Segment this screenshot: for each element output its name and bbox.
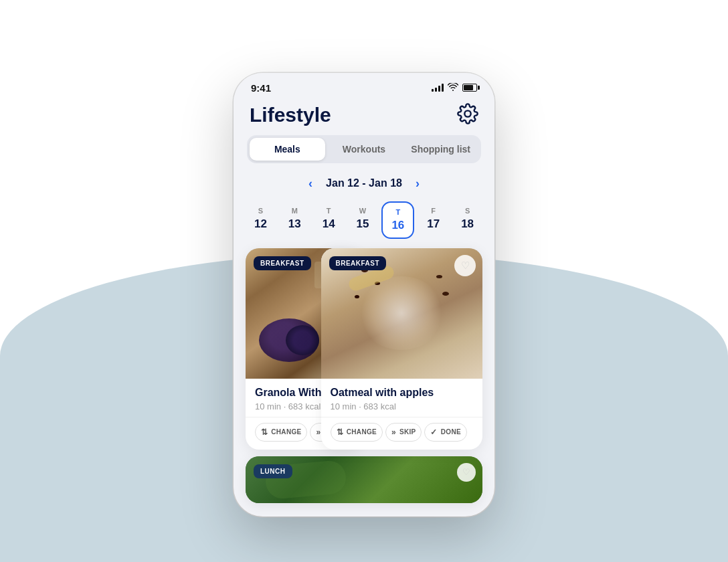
scene: 9:41	[0, 0, 728, 562]
skip-icon: »	[316, 428, 321, 437]
day-letter: S	[258, 207, 263, 215]
card-body-oatmeal: Oatmeal with apples 10 min · 683 kcal ⇅ …	[321, 379, 483, 450]
day-number: 14	[323, 217, 335, 231]
wifi-icon	[448, 83, 458, 93]
svg-point-0	[464, 110, 470, 116]
skip-icon: »	[391, 428, 396, 437]
app-title: Lifestyle	[250, 104, 331, 126]
meal-card-image-oatmeal: BREAKFAST ♡	[321, 248, 483, 379]
day-sat[interactable]: S 18	[452, 201, 482, 239]
day-letter: S	[465, 207, 470, 215]
tab-bar: Meals Workouts Shopping list	[247, 135, 481, 163]
change-icon: ⇅	[337, 428, 343, 437]
day-number: 12	[254, 217, 267, 231]
status-time: 9:41	[251, 82, 271, 94]
settings-button[interactable]	[457, 103, 478, 127]
week-label: Jan 12 - Jan 18	[326, 177, 402, 189]
day-number: 17	[427, 217, 440, 231]
done-icon: ✓	[430, 428, 437, 437]
meal-badge-lunch: LUNCH	[254, 464, 292, 478]
next-week-button[interactable]: ›	[413, 174, 422, 193]
meal-card-lunch: LUNCH ♡	[246, 456, 482, 503]
app-header: Lifestyle	[234, 98, 494, 135]
day-tue[interactable]: T 14	[314, 201, 344, 239]
done-button-oatmeal[interactable]: ✓ DONE	[424, 423, 466, 442]
favorite-button-lunch[interactable]: ♡	[457, 463, 476, 482]
prev-week-button[interactable]: ‹	[306, 174, 315, 193]
day-mon[interactable]: M 13	[280, 201, 310, 239]
meal-title-oatmeal: Oatmeal with apples	[331, 387, 474, 399]
day-number: 16	[391, 219, 404, 232]
day-letter: T	[396, 208, 401, 216]
change-icon: ⇅	[261, 428, 268, 437]
tab-meals[interactable]: Meals	[250, 138, 325, 161]
change-button-granola[interactable]: ⇅ CHANGE	[255, 423, 307, 442]
meal-cards: BREAKFAST Granola With Yog... 10 min · 6…	[234, 248, 494, 450]
day-thu-active[interactable]: T 16	[381, 201, 414, 239]
tab-workouts[interactable]: Workouts	[327, 138, 402, 161]
tab-shopping-list[interactable]: Shopping list	[403, 138, 478, 161]
meal-card-oatmeal: BREAKFAST ♡ Oatmeal with apples 10 min ·…	[321, 248, 483, 450]
day-number: 13	[288, 217, 301, 231]
meal-badge-breakfast1: BREAKFAST	[254, 256, 311, 270]
day-fri[interactable]: F 17	[418, 201, 448, 239]
favorite-button-oatmeal[interactable]: ♡	[454, 255, 476, 276]
done-label: DONE	[441, 428, 461, 436]
meal-badge-breakfast2: BREAKFAST	[329, 256, 387, 270]
card-divider-oatmeal	[321, 417, 483, 417]
signal-icon	[432, 84, 444, 92]
day-number: 18	[461, 217, 474, 231]
skip-button-oatmeal[interactable]: » SKIP	[385, 423, 422, 442]
change-label: CHANGE	[271, 428, 301, 436]
day-letter: W	[359, 207, 366, 215]
day-sun[interactable]: S 12	[246, 201, 276, 239]
change-label: CHANGE	[347, 428, 377, 436]
day-letter: T	[327, 207, 331, 215]
day-wed[interactable]: W 15	[348, 201, 378, 239]
day-selector: S 12 M 13 T 14 W 15 T 16 F 17	[234, 201, 494, 248]
lunch-card-image: LUNCH ♡	[246, 456, 482, 503]
week-navigator: ‹ Jan 12 - Jan 18 ›	[234, 171, 494, 201]
day-number: 15	[357, 217, 369, 231]
change-button-oatmeal[interactable]: ⇅ CHANGE	[331, 423, 383, 442]
battery-icon	[462, 84, 477, 92]
phone-frame: 9:41	[234, 73, 494, 517]
status-icons	[432, 83, 477, 93]
day-letter: F	[431, 207, 436, 215]
status-bar: 9:41	[234, 73, 494, 98]
card-actions-oatmeal: ⇅ CHANGE » SKIP ✓ DONE	[331, 423, 474, 446]
meal-meta-oatmeal: 10 min · 683 kcal	[331, 401, 474, 411]
skip-label: SKIP	[399, 428, 416, 436]
day-letter: M	[292, 207, 298, 215]
